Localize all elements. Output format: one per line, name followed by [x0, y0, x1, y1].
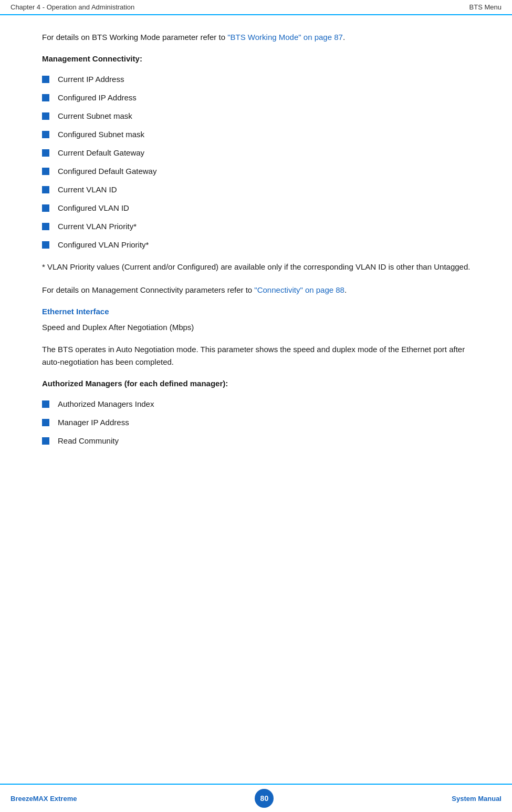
bullet-icon — [42, 186, 49, 193]
ethernet-desc: The BTS operates in Auto Negotiation mod… — [42, 343, 480, 368]
management-connectivity-heading: Management Connectivity: — [42, 54, 480, 63]
list-item: Configured VLAN Priority* — [42, 239, 480, 250]
bullet-icon — [42, 94, 49, 101]
management-bullet-list: Current IP Address Configured IP Address… — [42, 74, 480, 250]
list-item: Configured Default Gateway — [42, 166, 480, 177]
list-item: Authorized Managers Index — [42, 398, 480, 409]
bullet-icon — [42, 76, 49, 83]
list-item: Current VLAN Priority* — [42, 221, 480, 232]
bullet-icon — [42, 223, 49, 230]
bullet-icon — [42, 149, 49, 157]
bullet-icon — [42, 241, 49, 249]
bullet-icon — [42, 437, 49, 445]
list-item: Configured Subnet mask — [42, 129, 480, 140]
list-item: Current Default Gateway — [42, 147, 480, 158]
footer-left-label: BreezeMAX Extreme — [11, 795, 77, 803]
list-item: Manager IP Address — [42, 417, 480, 428]
connectivity-ref: For details on Management Connectivity p… — [42, 284, 480, 296]
vlan-note: * VLAN Priority values (Current and/or C… — [42, 261, 480, 273]
bullet-icon — [42, 204, 49, 212]
authorized-managers-heading: Authorized Managers (for each defined ma… — [42, 379, 480, 388]
intro-paragraph: For details on BTS Working Mode paramete… — [42, 31, 480, 44]
ethernet-sub: Speed and Duplex After Negotiation (Mbps… — [42, 321, 480, 334]
bts-working-mode-link[interactable]: "BTS Working Mode" on page 87 — [227, 33, 343, 42]
intro-text-1: For details on BTS Working Mode paramete… — [42, 33, 227, 42]
footer-page-number: 80 — [255, 789, 274, 808]
list-item: Current IP Address — [42, 74, 480, 85]
ethernet-heading: Ethernet Interface — [42, 307, 480, 316]
page-wrapper: Chapter 4 - Operation and Administration… — [0, 0, 512, 812]
list-item: Configured VLAN ID — [42, 202, 480, 213]
list-item: Current Subnet mask — [42, 110, 480, 121]
bullet-icon — [42, 131, 49, 138]
bullet-icon — [42, 419, 49, 426]
header-bar: Chapter 4 - Operation and Administration… — [0, 0, 512, 15]
header-section: BTS Menu — [469, 3, 501, 11]
list-item: Read Community — [42, 435, 480, 446]
authorized-managers-list: Authorized Managers Index Manager IP Add… — [42, 398, 480, 446]
footer-bar: BreezeMAX Extreme 80 System Manual — [0, 784, 512, 812]
bullet-icon — [42, 400, 49, 408]
intro-text-1-end: . — [343, 33, 345, 42]
list-item: Current VLAN ID — [42, 184, 480, 195]
connectivity-link[interactable]: "Connectivity" on page 88 — [254, 285, 344, 294]
list-item: Configured IP Address — [42, 92, 480, 103]
main-content: For details on BTS Working Mode paramete… — [0, 15, 512, 784]
bullet-icon — [42, 112, 49, 120]
footer-right-label: System Manual — [452, 795, 501, 803]
bullet-icon — [42, 168, 49, 175]
header-chapter: Chapter 4 - Operation and Administration — [11, 3, 134, 11]
